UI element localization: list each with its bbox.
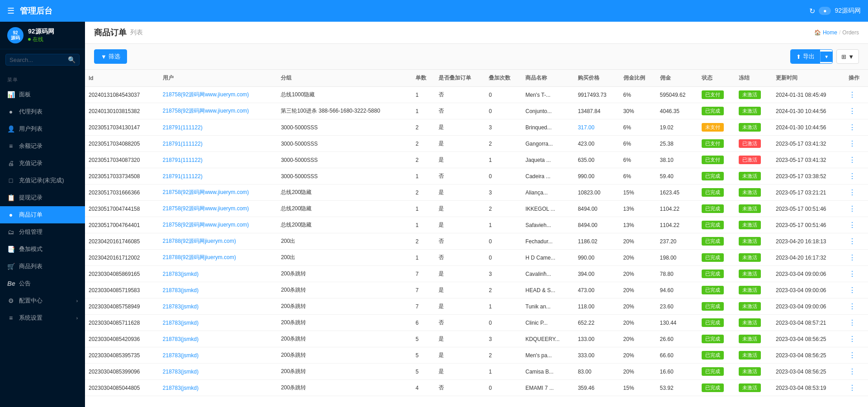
cell-commission: 130.44: [656, 315, 698, 331]
cell-status: 已完成: [698, 201, 735, 217]
sidebar-item-label: 叠加模式: [19, 245, 42, 253]
sidebar-item-label: 商品订单: [19, 211, 42, 219]
sidebar-item-recharge[interactable]: 🖨 充值记录: [0, 155, 85, 172]
cell-is-stack: 是: [435, 185, 485, 201]
cell-commission-rate: 20%: [620, 266, 656, 282]
action-menu-button[interactable]: ⋮: [849, 205, 856, 213]
sidebar-item-label: 配置中心: [19, 297, 42, 305]
action-menu-button[interactable]: ⋮: [849, 351, 856, 359]
export-button[interactable]: ⬆ 导出: [791, 50, 820, 63]
user-link[interactable]: 218791(111122): [163, 124, 203, 131]
refresh-icon[interactable]: ↻: [809, 7, 815, 15]
sidebar-item-products[interactable]: 🛒 商品列表: [0, 258, 85, 275]
user-link[interactable]: 218788(92源码网jiuerym.com): [163, 254, 236, 260]
table-row: 20230517033734508 218791(111122) 3000-50…: [85, 168, 868, 185]
user-link[interactable]: 218783(jsmkd): [163, 369, 198, 375]
cell-user: 218783(jsmkd): [159, 282, 278, 298]
user-name: 92源码网: [835, 7, 861, 15]
cell-action: ⋮: [845, 315, 868, 331]
action-menu-button[interactable]: ⋮: [849, 303, 856, 310]
user-link[interactable]: 218758(92源码网www.jiuerym.com): [163, 91, 249, 98]
user-link[interactable]: 218783(jsmkd): [163, 352, 198, 359]
search-input[interactable]: [9, 57, 65, 63]
sidebar-item-settings[interactable]: ≡ 系统设置 ›: [0, 309, 85, 327]
cell-quantity: 7: [412, 282, 435, 298]
frozen-badge: 未激活: [739, 204, 761, 213]
cell-commission: 26.60: [656, 331, 698, 347]
search-icon[interactable]: 🔍: [68, 56, 75, 63]
sidebar-item-agent[interactable]: ● 代理列表: [0, 103, 85, 120]
action-menu-button[interactable]: ⋮: [849, 221, 856, 229]
cell-stack-count: 0: [485, 233, 522, 250]
action-menu-button[interactable]: ⋮: [849, 319, 856, 327]
user-link[interactable]: 218783(jsmkd): [163, 271, 198, 277]
user-link[interactable]: 218758(92源码网www.jiuerym.com): [163, 189, 249, 195]
user-link[interactable]: 218758(92源码网www.jiuerym.com): [163, 222, 249, 228]
action-menu-button[interactable]: ⋮: [849, 91, 856, 99]
sidebar-item-panel[interactable]: 📊 面板: [0, 86, 85, 103]
columns-button[interactable]: ⊞ ▼: [836, 49, 859, 64]
status-badge: 已完成: [702, 367, 724, 376]
user-link[interactable]: 218783(jsmkd): [163, 385, 198, 391]
sidebar-item-addmode[interactable]: 📑 叠加模式: [0, 241, 85, 258]
action-menu-button[interactable]: ⋮: [849, 107, 856, 115]
user-link[interactable]: 218791(111122): [163, 173, 203, 180]
logo-abbr: 92源码: [11, 30, 20, 40]
sidebar-item-announcements[interactable]: Be 公告: [0, 275, 85, 292]
user-link[interactable]: 218791(111122): [163, 157, 203, 163]
user-link[interactable]: 218783(jsmkd): [163, 287, 198, 293]
action-menu-button[interactable]: ⋮: [849, 335, 856, 343]
cell-user: 218783(jsmkd): [159, 315, 278, 331]
sidebar-item-orders[interactable]: ● 商品订单: [0, 206, 85, 223]
hamburger-icon[interactable]: ☰: [7, 6, 14, 16]
cell-user: 218758(92源码网www.jiuerym.com): [159, 185, 278, 201]
user-link[interactable]: 218783(jsmkd): [163, 320, 198, 326]
sidebar-item-label: 余额记录: [19, 142, 42, 150]
cell-quantity: 1: [412, 250, 435, 266]
action-menu-button[interactable]: ⋮: [849, 123, 856, 131]
cell-status: 已完成: [698, 331, 735, 347]
filter-button[interactable]: ▼ 筛选: [94, 49, 127, 64]
cell-id: 20230304085044805: [85, 380, 159, 396]
user-link[interactable]: 218783(jsmkd): [163, 303, 198, 310]
action-menu-button[interactable]: ⋮: [849, 254, 856, 261]
breadcrumb-home[interactable]: Home: [823, 29, 837, 36]
action-menu-button[interactable]: ⋮: [849, 172, 856, 180]
header-title: 管理后台: [20, 5, 52, 16]
sidebar-item-config[interactable]: ⚙ 配置中心 ›: [0, 292, 85, 309]
sidebar-item-recharge-incomplete[interactable]: □ 充值记录(未完成): [0, 172, 85, 189]
user-link[interactable]: 218791(111122): [163, 141, 203, 147]
export-dropdown-button[interactable]: ▼: [820, 52, 832, 62]
cell-frozen: 未激活: [735, 119, 772, 136]
groups-icon: 🗂: [7, 228, 14, 236]
orders-icon: ●: [7, 211, 14, 218]
table-head: Id 用户 分组 单数 是否叠加订单 叠加次数 商品名称 购买价格 佣金比例 佣…: [85, 70, 868, 87]
cell-group: 200杀跳转: [277, 347, 412, 364]
cell-price: 133.00: [574, 331, 619, 347]
search-box[interactable]: 🔍: [5, 54, 80, 66]
user-link[interactable]: 218788(92源码网jiuerym.com): [163, 238, 236, 244]
user-link[interactable]: 218758(92源码网www.jiuerym.com): [163, 108, 249, 114]
cell-commission: 78.80: [656, 266, 698, 282]
cell-id: 20230517034088205: [85, 136, 159, 152]
user-link[interactable]: 218758(92源码网www.jiuerym.com): [163, 205, 249, 212]
action-menu-button[interactable]: ⋮: [849, 270, 856, 278]
sidebar-item-users[interactable]: 👤 用户列表: [0, 120, 85, 137]
action-menu-button[interactable]: ⋮: [849, 189, 856, 196]
action-menu-button[interactable]: ⋮: [849, 237, 856, 245]
action-menu-button[interactable]: ⋮: [849, 140, 856, 147]
cell-commission-rate: 20%: [620, 282, 656, 298]
cell-action: ⋮: [845, 185, 868, 201]
action-menu-button[interactable]: ⋮: [849, 156, 856, 164]
export-label: 导出: [803, 52, 815, 61]
action-menu-button[interactable]: ⋮: [849, 384, 856, 392]
sidebar-item-groups[interactable]: 🗂 分组管理: [0, 223, 85, 241]
user-link[interactable]: 218783(jsmkd): [163, 336, 198, 342]
sidebar-item-withdraw[interactable]: 📋 提现记录: [0, 189, 85, 206]
cell-frozen: 未激活: [735, 201, 772, 217]
action-menu-button[interactable]: ⋮: [849, 286, 856, 294]
price-link[interactable]: 317.00: [578, 124, 594, 131]
action-menu-button[interactable]: ⋮: [849, 368, 856, 375]
agent-icon: ●: [7, 108, 14, 115]
sidebar-item-balance[interactable]: ≡ 余额记录: [0, 137, 85, 155]
